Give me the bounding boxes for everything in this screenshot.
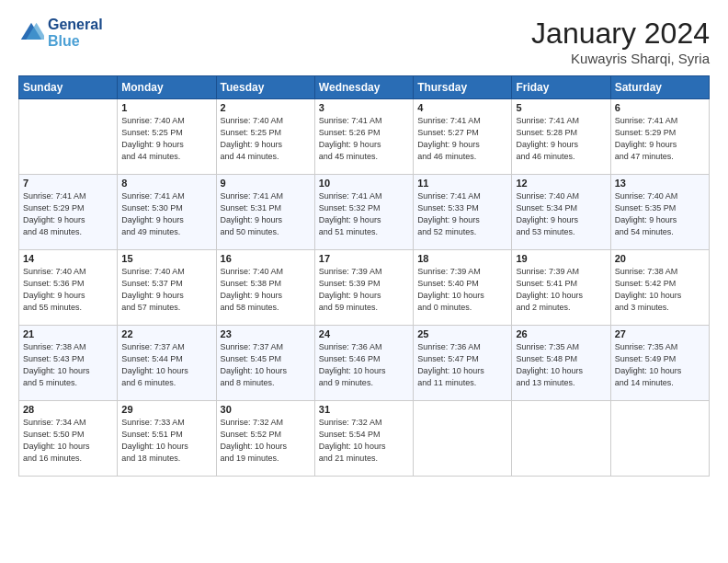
day-info: Sunrise: 7:37 AM Sunset: 5:44 PM Dayligh…	[121, 341, 211, 389]
day-info: Sunrise: 7:41 AM Sunset: 5:32 PM Dayligh…	[319, 190, 409, 238]
header-row: Sunday Monday Tuesday Wednesday Thursday…	[19, 76, 710, 99]
calendar-cell: 15Sunrise: 7:40 AM Sunset: 5:37 PM Dayli…	[118, 250, 216, 326]
calendar-cell: 7Sunrise: 7:41 AM Sunset: 5:29 PM Daylig…	[19, 175, 118, 250]
calendar-cell	[610, 401, 709, 477]
header: General Blue January 2024 Kuwayris Sharq…	[18, 17, 710, 66]
calendar-table: Sunday Monday Tuesday Wednesday Thursday…	[18, 75, 710, 477]
month-title: January 2024	[531, 17, 710, 51]
calendar-cell: 17Sunrise: 7:39 AM Sunset: 5:39 PM Dayli…	[314, 250, 413, 326]
day-number: 2	[221, 102, 311, 113]
day-info: Sunrise: 7:36 AM Sunset: 5:46 PM Dayligh…	[319, 341, 409, 389]
day-info: Sunrise: 7:40 AM Sunset: 5:37 PM Dayligh…	[121, 266, 211, 314]
day-info: Sunrise: 7:32 AM Sunset: 5:52 PM Dayligh…	[221, 417, 311, 465]
calendar-cell: 13Sunrise: 7:40 AM Sunset: 5:35 PM Dayli…	[610, 175, 709, 250]
logo-icon	[18, 20, 44, 46]
day-number: 21	[23, 328, 113, 339]
calendar-week-4: 21Sunrise: 7:38 AM Sunset: 5:43 PM Dayli…	[19, 326, 710, 401]
calendar-cell: 5Sunrise: 7:41 AM Sunset: 5:28 PM Daylig…	[512, 99, 610, 175]
day-number: 30	[221, 404, 311, 415]
calendar-week-3: 14Sunrise: 7:40 AM Sunset: 5:36 PM Dayli…	[19, 250, 710, 326]
calendar-cell: 23Sunrise: 7:37 AM Sunset: 5:45 PM Dayli…	[216, 326, 314, 401]
calendar-cell: 31Sunrise: 7:32 AM Sunset: 5:54 PM Dayli…	[314, 401, 413, 477]
calendar-cell	[19, 99, 118, 175]
title-area: January 2024 Kuwayris Sharqi, Syria	[531, 17, 710, 66]
calendar-cell: 18Sunrise: 7:39 AM Sunset: 5:40 PM Dayli…	[414, 250, 512, 326]
day-info: Sunrise: 7:38 AM Sunset: 5:43 PM Dayligh…	[23, 341, 113, 389]
day-number: 23	[221, 328, 311, 339]
day-number: 10	[319, 178, 409, 189]
day-number: 26	[516, 328, 606, 339]
day-info: Sunrise: 7:36 AM Sunset: 5:47 PM Dayligh…	[417, 341, 507, 389]
day-info: Sunrise: 7:40 AM Sunset: 5:34 PM Dayligh…	[516, 190, 606, 238]
calendar-week-5: 28Sunrise: 7:34 AM Sunset: 5:50 PM Dayli…	[19, 401, 710, 477]
col-monday: Monday	[118, 76, 216, 99]
day-info: Sunrise: 7:40 AM Sunset: 5:25 PM Dayligh…	[221, 115, 311, 163]
calendar-cell: 25Sunrise: 7:36 AM Sunset: 5:47 PM Dayli…	[414, 326, 512, 401]
col-tuesday: Tuesday	[216, 76, 314, 99]
day-number: 6	[615, 102, 705, 113]
day-number: 12	[516, 178, 606, 189]
calendar-cell: 12Sunrise: 7:40 AM Sunset: 5:34 PM Dayli…	[512, 175, 610, 250]
calendar-cell	[512, 401, 610, 477]
day-info: Sunrise: 7:33 AM Sunset: 5:51 PM Dayligh…	[121, 417, 211, 465]
calendar-cell: 27Sunrise: 7:35 AM Sunset: 5:49 PM Dayli…	[610, 326, 709, 401]
calendar-cell: 4Sunrise: 7:41 AM Sunset: 5:27 PM Daylig…	[414, 99, 512, 175]
day-number: 17	[319, 253, 409, 264]
day-number: 14	[23, 253, 113, 264]
day-info: Sunrise: 7:41 AM Sunset: 5:31 PM Dayligh…	[221, 190, 311, 238]
day-info: Sunrise: 7:41 AM Sunset: 5:29 PM Dayligh…	[615, 115, 705, 163]
calendar-cell: 19Sunrise: 7:39 AM Sunset: 5:41 PM Dayli…	[512, 250, 610, 326]
calendar-cell	[414, 401, 512, 477]
day-number: 18	[417, 253, 507, 264]
day-number: 4	[417, 102, 507, 113]
day-number: 11	[417, 178, 507, 189]
day-number: 22	[121, 328, 211, 339]
day-number: 24	[319, 328, 409, 339]
day-info: Sunrise: 7:39 AM Sunset: 5:40 PM Dayligh…	[417, 266, 507, 314]
day-number: 29	[121, 404, 211, 415]
day-number: 25	[417, 328, 507, 339]
calendar-cell: 16Sunrise: 7:40 AM Sunset: 5:38 PM Dayli…	[216, 250, 314, 326]
calendar-cell: 24Sunrise: 7:36 AM Sunset: 5:46 PM Dayli…	[314, 326, 413, 401]
calendar-cell: 2Sunrise: 7:40 AM Sunset: 5:25 PM Daylig…	[216, 99, 314, 175]
day-info: Sunrise: 7:41 AM Sunset: 5:28 PM Dayligh…	[516, 115, 606, 163]
day-info: Sunrise: 7:41 AM Sunset: 5:29 PM Dayligh…	[23, 190, 113, 238]
calendar-cell: 9Sunrise: 7:41 AM Sunset: 5:31 PM Daylig…	[216, 175, 314, 250]
logo: General Blue	[18, 17, 103, 49]
day-number: 1	[121, 102, 211, 113]
day-info: Sunrise: 7:32 AM Sunset: 5:54 PM Dayligh…	[319, 417, 409, 465]
day-number: 8	[121, 178, 211, 189]
day-info: Sunrise: 7:41 AM Sunset: 5:26 PM Dayligh…	[319, 115, 409, 163]
day-info: Sunrise: 7:39 AM Sunset: 5:41 PM Dayligh…	[516, 266, 606, 314]
page: General Blue January 2024 Kuwayris Sharq…	[0, 0, 728, 563]
logo-text: General Blue	[48, 17, 103, 49]
day-info: Sunrise: 7:41 AM Sunset: 5:30 PM Dayligh…	[121, 190, 211, 238]
calendar-week-2: 7Sunrise: 7:41 AM Sunset: 5:29 PM Daylig…	[19, 175, 710, 250]
calendar-cell: 8Sunrise: 7:41 AM Sunset: 5:30 PM Daylig…	[118, 175, 216, 250]
day-info: Sunrise: 7:40 AM Sunset: 5:38 PM Dayligh…	[221, 266, 311, 314]
day-info: Sunrise: 7:40 AM Sunset: 5:36 PM Dayligh…	[23, 266, 113, 314]
col-saturday: Saturday	[610, 76, 709, 99]
day-number: 20	[615, 253, 705, 264]
col-friday: Friday	[512, 76, 610, 99]
day-info: Sunrise: 7:34 AM Sunset: 5:50 PM Dayligh…	[23, 417, 113, 465]
location: Kuwayris Sharqi, Syria	[531, 51, 710, 66]
day-info: Sunrise: 7:35 AM Sunset: 5:49 PM Dayligh…	[615, 341, 705, 389]
calendar-cell: 20Sunrise: 7:38 AM Sunset: 5:42 PM Dayli…	[610, 250, 709, 326]
day-number: 13	[615, 178, 705, 189]
day-info: Sunrise: 7:41 AM Sunset: 5:33 PM Dayligh…	[417, 190, 507, 238]
calendar-cell: 11Sunrise: 7:41 AM Sunset: 5:33 PM Dayli…	[414, 175, 512, 250]
col-sunday: Sunday	[19, 76, 118, 99]
day-number: 7	[23, 178, 113, 189]
calendar-cell: 1Sunrise: 7:40 AM Sunset: 5:25 PM Daylig…	[118, 99, 216, 175]
day-info: Sunrise: 7:39 AM Sunset: 5:39 PM Dayligh…	[319, 266, 409, 314]
calendar-cell: 3Sunrise: 7:41 AM Sunset: 5:26 PM Daylig…	[314, 99, 413, 175]
calendar-cell: 30Sunrise: 7:32 AM Sunset: 5:52 PM Dayli…	[216, 401, 314, 477]
day-number: 3	[319, 102, 409, 113]
day-number: 27	[615, 328, 705, 339]
day-number: 9	[221, 178, 311, 189]
calendar-cell: 22Sunrise: 7:37 AM Sunset: 5:44 PM Dayli…	[118, 326, 216, 401]
day-number: 19	[516, 253, 606, 264]
calendar-cell: 14Sunrise: 7:40 AM Sunset: 5:36 PM Dayli…	[19, 250, 118, 326]
calendar-cell: 28Sunrise: 7:34 AM Sunset: 5:50 PM Dayli…	[19, 401, 118, 477]
